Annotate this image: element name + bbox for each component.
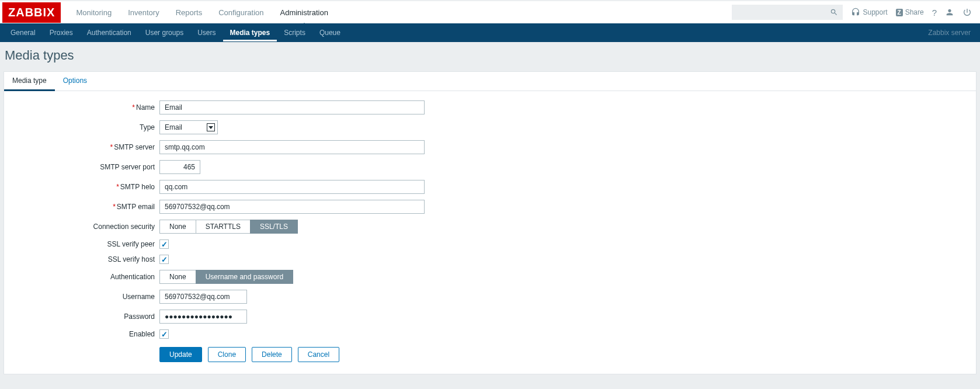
tabs: Media typeOptions bbox=[4, 72, 976, 91]
content-panel: Media typeOptions *Name Type Email *SMTP… bbox=[4, 71, 976, 374]
support-link[interactable]: Support bbox=[851, 8, 887, 17]
main-menu: MonitoringInventoryReportsConfigurationA… bbox=[68, 2, 732, 23]
form: *Name Type Email *SMTP server SMTP serve… bbox=[4, 91, 976, 374]
share-label: Share bbox=[905, 8, 924, 16]
label-username: Username bbox=[4, 293, 159, 301]
user-link[interactable] bbox=[945, 8, 954, 17]
cancel-button[interactable]: Cancel bbox=[298, 347, 339, 362]
password-field[interactable] bbox=[159, 310, 247, 324]
power-icon bbox=[962, 8, 972, 17]
top-nav: ZABBIX MonitoringInventoryReportsConfigu… bbox=[0, 0, 980, 23]
help-link[interactable]: ? bbox=[932, 8, 937, 18]
sub-menu-item-scripts[interactable]: Scripts bbox=[277, 24, 312, 41]
label-conn-security: Connection security bbox=[4, 223, 159, 231]
logo[interactable]: ZABBIX bbox=[2, 2, 61, 23]
authentication-username-and-password[interactable]: Username and password bbox=[196, 270, 293, 284]
help-icon: ? bbox=[932, 8, 937, 18]
sub-menu: GeneralProxiesAuthenticationUser groupsU… bbox=[4, 24, 928, 41]
authentication-none[interactable]: None bbox=[159, 270, 196, 284]
smtp-helo-field[interactable] bbox=[159, 180, 425, 194]
name-field[interactable] bbox=[159, 100, 425, 114]
support-label: Support bbox=[863, 8, 887, 16]
label-enabled: Enabled bbox=[4, 330, 159, 338]
smtp-email-field[interactable] bbox=[159, 200, 425, 214]
share-z-icon: Z bbox=[896, 9, 903, 16]
main-menu-item-inventory[interactable]: Inventory bbox=[120, 2, 167, 23]
label-smtp-port: SMTP server port bbox=[4, 163, 159, 171]
sub-nav: GeneralProxiesAuthenticationUser groupsU… bbox=[0, 23, 980, 42]
chevron-down-icon bbox=[207, 123, 215, 131]
delete-button[interactable]: Delete bbox=[252, 347, 292, 362]
page-title: Media types bbox=[0, 42, 980, 71]
logout-link[interactable] bbox=[962, 8, 972, 17]
search-icon bbox=[830, 8, 838, 16]
label-type: Type bbox=[4, 123, 159, 131]
conn-security-ssltls[interactable]: SSL/TLS bbox=[250, 220, 298, 234]
conn-security-group: NoneSTARTTLSSSL/TLS bbox=[159, 220, 298, 234]
sub-menu-item-queue[interactable]: Queue bbox=[312, 24, 347, 41]
label-smtp-email: *SMTP email bbox=[4, 203, 159, 211]
tab-media-type[interactable]: Media type bbox=[4, 72, 55, 91]
ssl-verify-peer-checkbox[interactable] bbox=[159, 239, 169, 249]
clone-button[interactable]: Clone bbox=[208, 347, 246, 362]
username-field[interactable] bbox=[159, 290, 247, 304]
server-label: Zabbix server bbox=[928, 29, 976, 37]
update-button[interactable]: Update bbox=[159, 347, 202, 362]
label-smtp-helo: *SMTP helo bbox=[4, 183, 159, 191]
tab-options[interactable]: Options bbox=[55, 72, 95, 91]
user-icon bbox=[945, 8, 954, 17]
sub-menu-item-users[interactable]: Users bbox=[190, 24, 223, 41]
sub-menu-item-proxies[interactable]: Proxies bbox=[43, 24, 80, 41]
type-select-value: Email bbox=[165, 123, 182, 131]
label-name: *Name bbox=[4, 103, 159, 112]
search-input[interactable] bbox=[732, 5, 843, 20]
smtp-server-field[interactable] bbox=[159, 140, 425, 154]
sub-menu-item-media-types[interactable]: Media types bbox=[223, 24, 277, 41]
headset-icon bbox=[851, 8, 860, 17]
label-authentication: Authentication bbox=[4, 273, 159, 281]
top-right: Support Z Share ? bbox=[732, 5, 980, 20]
conn-security-none[interactable]: None bbox=[159, 220, 196, 234]
main-menu-item-administration[interactable]: Administration bbox=[272, 2, 336, 23]
label-ssl-verify-host: SSL verify host bbox=[4, 255, 159, 263]
conn-security-starttls[interactable]: STARTTLS bbox=[196, 220, 251, 234]
sub-menu-item-authentication[interactable]: Authentication bbox=[80, 24, 138, 41]
main-menu-item-reports[interactable]: Reports bbox=[168, 2, 211, 23]
enabled-checkbox[interactable] bbox=[159, 329, 169, 339]
sub-menu-item-general[interactable]: General bbox=[4, 24, 43, 41]
label-ssl-verify-peer: SSL verify peer bbox=[4, 240, 159, 248]
main-menu-item-monitoring[interactable]: Monitoring bbox=[68, 2, 120, 23]
label-password: Password bbox=[4, 312, 159, 321]
button-row: Update Clone Delete Cancel bbox=[159, 347, 976, 362]
share-link[interactable]: Z Share bbox=[896, 8, 924, 16]
smtp-port-field[interactable] bbox=[159, 160, 200, 174]
sub-menu-item-user-groups[interactable]: User groups bbox=[138, 24, 190, 41]
label-smtp-server: *SMTP server bbox=[4, 143, 159, 151]
ssl-verify-host-checkbox[interactable] bbox=[159, 255, 169, 264]
type-select[interactable]: Email bbox=[159, 120, 218, 134]
main-menu-item-configuration[interactable]: Configuration bbox=[210, 2, 272, 23]
authentication-group: NoneUsername and password bbox=[159, 270, 293, 284]
